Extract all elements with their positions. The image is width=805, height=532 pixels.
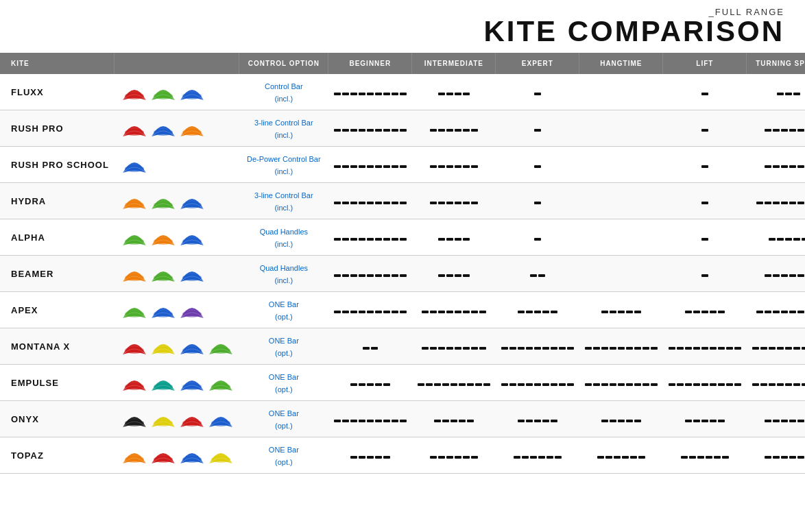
lift-rating-cell — [663, 147, 747, 183]
kite-name: FLUXX — [11, 87, 44, 97]
lift-rating-cell — [663, 219, 747, 256]
beginner-rating-cell — [328, 328, 412, 365]
control-option: ONE Bar(opt.) — [269, 373, 299, 394]
kite-image — [120, 373, 147, 392]
kite-images-cell — [115, 219, 239, 256]
control-option: 3-line Control Bar(incl.) — [254, 119, 313, 139]
hangtime-rating-cell — [579, 74, 663, 110]
kite-name-cell: BEAMER — [0, 256, 115, 292]
control-option-cell: De-Power Control Bar(incl.) — [239, 147, 328, 183]
svg-point-12 — [182, 238, 202, 245]
kite-image — [120, 119, 147, 138]
kite-name-cell: EMPULSE — [0, 365, 115, 401]
kite-images-cell — [115, 183, 239, 219]
kite-image — [120, 82, 147, 101]
lift-rating-cell — [663, 328, 747, 365]
kite-name-cell: RUSH PRO — [0, 110, 115, 147]
control-option-cell: Quad Handles(incl.) — [239, 256, 328, 292]
svg-point-1 — [154, 93, 173, 99]
kite-name-cell: FLUXX — [0, 74, 115, 110]
svg-point-8 — [154, 202, 173, 208]
expert-rating-cell — [496, 365, 579, 401]
svg-point-19 — [125, 347, 144, 354]
control-option: Quad Handles(incl.) — [260, 228, 308, 248]
turning-rating-cell — [747, 292, 805, 328]
hangtime-rating-cell — [579, 292, 663, 328]
hangtime-rating-cell — [579, 365, 663, 401]
beginner-rating-cell — [328, 74, 412, 110]
kite-name: EMPULSE — [11, 378, 59, 388]
kite-image — [149, 300, 176, 319]
turning-rating-cell — [747, 256, 805, 292]
svg-point-32 — [154, 456, 173, 463]
beginner-rating-cell — [328, 437, 412, 474]
control-option: De-Power Control Bar(incl.) — [247, 155, 321, 176]
kite-images-cell — [115, 437, 239, 474]
kite-images — [120, 191, 234, 210]
kite-images — [120, 373, 234, 392]
col-kite: KITE — [0, 53, 115, 74]
table-row: FLUXX Control Bar(incl.) — [0, 74, 805, 110]
expert-rating-cell — [496, 256, 579, 292]
kite-name: HYDRA — [11, 196, 46, 206]
kite-images-cell — [115, 292, 239, 328]
kite-image — [206, 446, 234, 465]
svg-point-9 — [182, 202, 202, 208]
kite-image — [178, 191, 205, 210]
svg-point-14 — [154, 274, 173, 281]
beginner-rating-cell — [328, 147, 412, 183]
hangtime-rating-cell — [579, 219, 663, 256]
kite-image — [149, 373, 176, 392]
beginner-rating-cell — [328, 183, 412, 219]
control-option: Quad Handles(incl.) — [260, 264, 308, 285]
control-option: Control Bar(incl.) — [265, 82, 303, 103]
intermediate-rating-cell — [412, 256, 496, 292]
table-row: RUSH PRO 3-line Control Bar(incl.) — [0, 110, 805, 147]
svg-point-10 — [125, 238, 144, 245]
kite-images-cell — [115, 110, 239, 147]
table-row: MONTANA X ONE Bar(opt.) — [0, 328, 805, 365]
turning-rating-cell — [747, 147, 805, 183]
svg-point-2 — [182, 93, 202, 99]
comparison-table: KITE CONTROL OPTION BEGINNER INTERMEDIAT… — [0, 53, 805, 474]
kite-name: RUSH PRO — [11, 123, 64, 134]
kite-images — [120, 82, 234, 101]
turning-rating-cell — [747, 183, 805, 219]
kite-images-cell — [115, 365, 239, 401]
lift-rating-cell — [663, 365, 747, 401]
kite-image — [178, 337, 205, 356]
hangtime-rating-cell — [579, 110, 663, 147]
kite-images-cell — [115, 74, 239, 110]
control-option: 3-line Control Bar(incl.) — [254, 191, 313, 212]
kite-image — [178, 82, 205, 101]
intermediate-rating-cell — [412, 437, 496, 474]
kite-image — [120, 337, 147, 356]
svg-point-34 — [211, 456, 230, 463]
kite-image — [120, 228, 147, 247]
hangtime-rating-cell — [579, 401, 663, 437]
kite-image — [206, 409, 234, 428]
control-option-cell: 3-line Control Bar(incl.) — [239, 183, 328, 219]
expert-rating-cell — [496, 147, 579, 183]
kite-name-cell: TOPAZ — [0, 437, 115, 474]
col-beginner: BEGINNER — [328, 53, 412, 74]
kite-images — [120, 446, 234, 465]
kite-image — [149, 446, 176, 465]
kite-image — [178, 119, 205, 138]
control-option-cell: 3-line Control Bar(incl.) — [239, 110, 328, 147]
header: _FULL RANGE KITE COMPARISON — [0, 0, 805, 53]
col-images — [115, 53, 239, 74]
col-hangtime: HANGTIME — [579, 53, 663, 74]
expert-rating-cell — [496, 328, 579, 365]
hangtime-rating-cell — [579, 437, 663, 474]
svg-point-23 — [125, 383, 144, 390]
kite-image — [120, 409, 147, 428]
control-option-cell: Quad Handles(incl.) — [239, 219, 328, 256]
svg-point-6 — [125, 165, 144, 172]
intermediate-rating-cell — [412, 110, 496, 147]
svg-point-21 — [182, 347, 202, 354]
kite-images — [120, 155, 234, 174]
table-header-row: KITE CONTROL OPTION BEGINNER INTERMEDIAT… — [0, 53, 805, 74]
hangtime-rating-cell — [579, 183, 663, 219]
kite-image — [149, 409, 176, 428]
